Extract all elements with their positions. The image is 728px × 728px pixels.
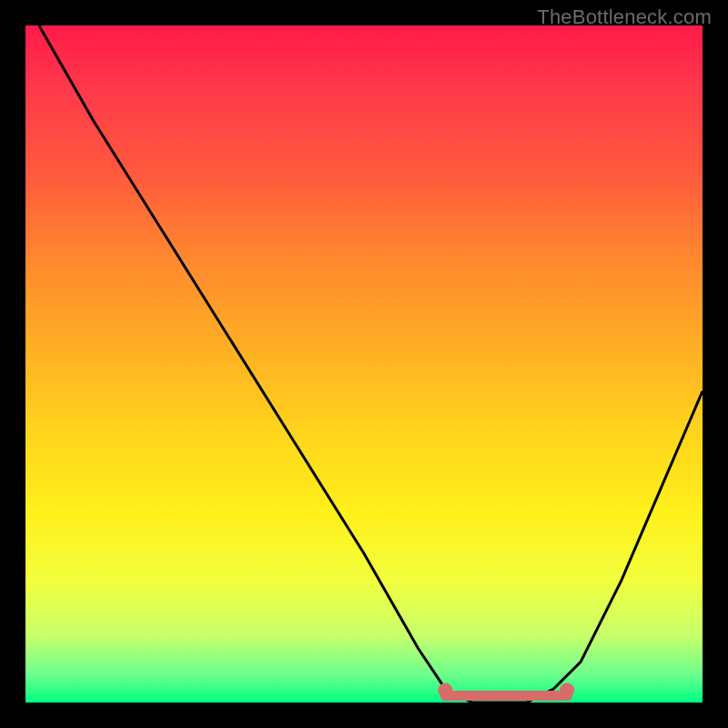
chart-container: TheBottleneck.com: [0, 0, 728, 728]
optimal-range-end-dot: [560, 683, 574, 698]
optimal-range-start-dot: [438, 683, 452, 698]
chart-svg: [25, 25, 703, 703]
plot-area: [25, 25, 703, 703]
bottleneck-curve: [39, 25, 703, 703]
